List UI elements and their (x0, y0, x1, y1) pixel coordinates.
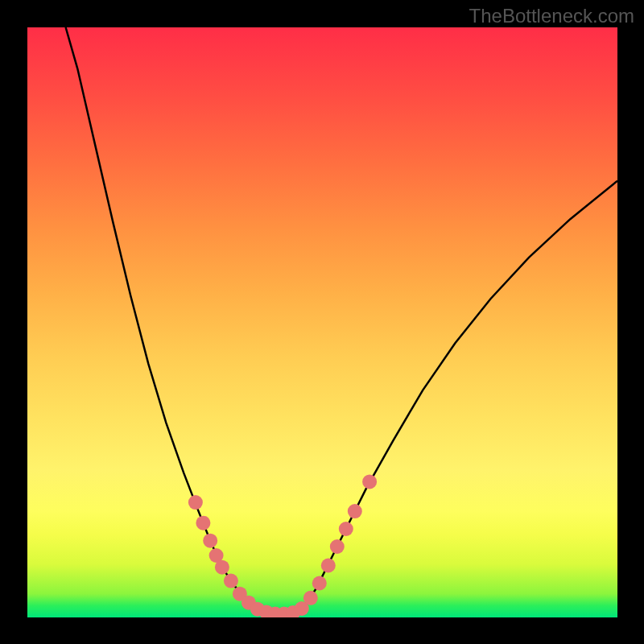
data-marker (339, 522, 353, 536)
data-marker (362, 474, 377, 489)
data-marker (330, 539, 345, 554)
data-marker (321, 559, 336, 573)
watermark-text: TheBottleneck.com (469, 5, 634, 27)
data-marker (224, 574, 238, 588)
data-marker (215, 560, 229, 575)
marker-group (188, 474, 377, 617)
curve-svg (27, 27, 617, 617)
data-marker (203, 534, 217, 548)
chart-frame: TheBottleneck.com (0, 0, 644, 644)
data-marker (348, 504, 362, 518)
data-marker (303, 591, 318, 605)
plot-area (27, 27, 617, 617)
data-marker (312, 576, 327, 591)
data-marker (196, 516, 210, 530)
data-marker (188, 495, 203, 510)
